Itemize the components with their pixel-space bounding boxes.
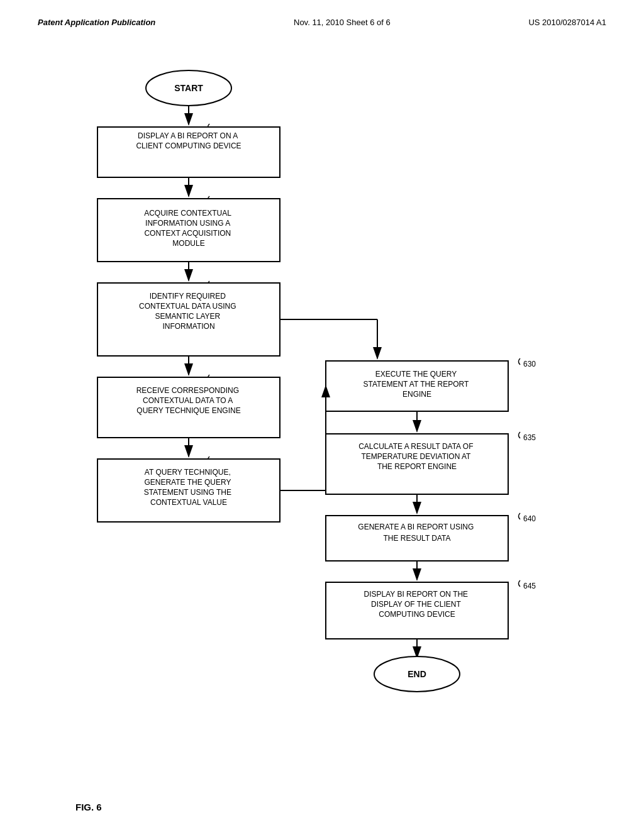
header-publication: Patent Application Publication [38, 18, 155, 27]
header: Patent Application Publication Nov. 11, … [0, 0, 644, 27]
end-label: END [408, 669, 426, 679]
n640-ref-label: 640 [523, 514, 536, 523]
n635-ref-label: 635 [523, 433, 536, 442]
n630-ref-label: 630 [523, 360, 536, 368]
flowchart-diagram: START 605 DISPLAY A BI REPORT ON A CLIEN… [0, 50, 644, 805]
header-patent-number: US 2010/0287014 A1 [528, 18, 606, 27]
n645-text: DISPLAY BI REPORT ON THE DISPLAY OF THE … [364, 590, 470, 619]
n645-ref-label: 645 [523, 582, 536, 590]
figure-label: FIG. 6 [75, 802, 102, 812]
flowchart-svg: START 605 DISPLAY A BI REPORT ON A CLIEN… [0, 50, 644, 805]
page: Patent Application Publication Nov. 11, … [0, 0, 644, 830]
header-date-sheet: Nov. 11, 2010 Sheet 6 of 6 [294, 18, 391, 27]
start-label: START [174, 83, 203, 93]
n620-text: RECEIVE CORRESPONDING CONTEXTUAL DATA TO… [136, 386, 242, 415]
